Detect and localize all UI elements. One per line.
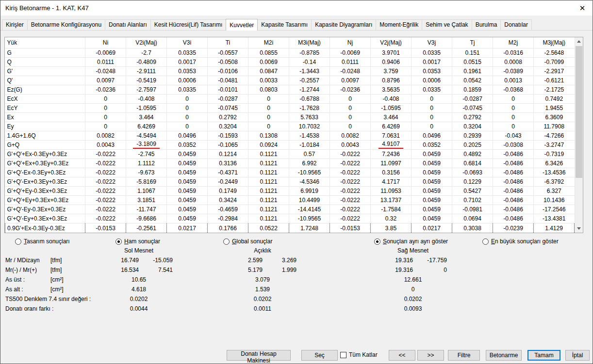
table-row[interactable]: G'+Q'+Ey-0.3Ex+0.3Ez-0.02221.10670.04590… <box>5 187 575 196</box>
column-header-m3j-maj: M3j(Maj) <box>534 37 575 48</box>
radio-button-icon <box>115 238 122 245</box>
cell: -0.0557 <box>208 48 248 57</box>
tab-kapasite-diyagramlari[interactable]: Kapasite Diyagramları <box>311 19 376 30</box>
cell: -0.0222 <box>85 214 126 223</box>
donati-hesap-makinesi-button[interactable]: Donatı Hesap Makinesi <box>227 350 291 361</box>
cell: -0.6788 <box>289 94 330 103</box>
cell: 0.0335 <box>167 48 208 57</box>
table-row[interactable]: Q0.0111-0.48090.0017-0.05080.0069-0.140.… <box>5 57 575 66</box>
cell: 0.7102 <box>452 196 493 205</box>
tab-donati-alanlari[interactable]: Donatı Alanları <box>105 19 151 30</box>
cell: 0.1121 <box>248 214 289 223</box>
result-values-aciklik: 1.539 <box>229 286 296 293</box>
radio-button-icon <box>374 238 380 245</box>
table-row[interactable]: G'+Q'+Ex-0.3Ey+0.3Ez-0.0222-2.7450.04590… <box>5 150 575 159</box>
cell: 0.1859 <box>452 85 493 94</box>
cell: 0.0459 <box>412 205 452 214</box>
cell: -0.6121 <box>534 76 575 85</box>
column-header-tj: Tj <box>452 37 493 48</box>
tab-sehim-ve-catlak[interactable]: Sehim ve Çatlak <box>422 19 472 30</box>
iptal-button[interactable]: İptal <box>565 350 590 361</box>
tamam-button[interactable]: Tamam <box>527 350 560 361</box>
cell: -1.7628 <box>289 103 330 112</box>
cell: 0 <box>330 94 371 103</box>
tab-kuvvetler[interactable]: Kuvvetler <box>226 19 258 31</box>
table-row[interactable]: G'+Q'-Ex-0.3Ey+0.3Ez-0.0222-9.6730.0459-… <box>5 168 575 177</box>
radio-tasarim-sonuclari[interactable]: Tasarım sonuçları <box>15 238 70 245</box>
tum-katlar-checkbox[interactable]: Tüm Katlar <box>340 351 378 358</box>
radio-label: En büyük sonuçları göster <box>491 238 559 245</box>
tab-moment-egrilik[interactable]: Moment-Eğrilik <box>376 19 422 30</box>
next-button[interactable]: >> <box>417 350 444 361</box>
cell: -0.0248 <box>330 66 371 76</box>
tab-donatilar[interactable]: Donatılar <box>500 19 532 30</box>
cell: -0.0222 <box>85 205 126 214</box>
cell: -0.0222 <box>85 187 126 196</box>
cell: 0.0459 <box>167 177 208 187</box>
cell: 0.1121 <box>248 187 289 196</box>
radio-sonuclari-ayri-ayri-goster[interactable]: Sonuçları ayrı ayrı göster <box>374 238 448 245</box>
cell: 0.0082 <box>330 131 371 140</box>
cell: -1.7584 <box>371 205 412 214</box>
result-value: 0 <box>413 267 447 273</box>
table-row[interactable]: G'+Q'+Ey+0.3Ex+0.3Ez-0.02223.18510.04590… <box>5 196 575 205</box>
table-row[interactable]: 0.9G'+Ex-0.3Ey-0.3Ez-0.0153-0.25610.0217… <box>5 223 575 233</box>
table-row[interactable]: G'+Q'-Ey-0.3Ex+0.3Ez-0.0222-11.7470.0459… <box>5 205 575 214</box>
cell: -0.0222 <box>330 205 371 214</box>
table-row[interactable]: EcX0-0.4080-0.02870-0.67880-0.4080-0.028… <box>5 94 575 103</box>
table-row[interactable]: G'+Q'-Ex+0.3Ey+0.3Ez-0.0222-5.81690.0459… <box>5 177 575 187</box>
cell: 6.4269 <box>126 122 167 131</box>
table-row[interactable]: Ez(G)-0.0236-2.75970.0335-0.01010.0803-1… <box>5 85 575 94</box>
result-unit: [tfm] <box>50 257 62 264</box>
table-row[interactable]: Ex03.46400.279205.763303.46400.279206.36… <box>5 112 575 122</box>
table-row[interactable]: G'+Q'+Ex+0.3Ey+0.3Ez-0.02221.11120.04590… <box>5 159 575 168</box>
cell: 0.0459 <box>167 214 208 223</box>
result-unit: [tfm] <box>50 267 62 273</box>
table-row[interactable]: 1.4G+1.6Q0.0082-4.54940.0496-0.15930.130… <box>5 131 575 140</box>
table-row[interactable]: EcY0-1.05950-0.07450-1.76280-1.05950-0.0… <box>5 103 575 112</box>
result-values-sag: 0.0093 <box>379 305 447 312</box>
cell: -0.5419 <box>126 76 167 85</box>
radio-en-buyuk-sonuclari-goster[interactable]: En büyük sonuçları göster <box>482 238 559 245</box>
cell: 0.0847 <box>248 66 289 76</box>
betonarme-button[interactable]: Betonarme <box>486 350 522 361</box>
cell: -0.0693 <box>452 168 493 177</box>
table-row[interactable]: G'+Q'-Ey+0.3Ex+0.3Ez-0.0222-9.66860.0459… <box>5 214 575 223</box>
cell: -0.0236 <box>330 85 371 94</box>
radio-global-sonuclar[interactable]: Global sonuçlar <box>223 238 272 245</box>
cell: -5.8169 <box>126 177 167 187</box>
filtre-button[interactable]: Filtre <box>448 350 480 361</box>
radio-ham-sonuclar[interactable]: Ham sonuçlar <box>115 238 160 245</box>
table-row[interactable]: Ey06.426900.3204010.703206.426900.320401… <box>5 122 575 131</box>
tab-betonarme-konfigurasyonu[interactable]: Betonarme Konfigürasyonu <box>27 19 105 30</box>
tab-kapasite-tasarimi[interactable]: Kapasite Tasarımı <box>257 19 312 30</box>
scroll-down-icon[interactable] <box>575 224 583 233</box>
cell: -0.0236 <box>85 85 126 94</box>
cell: -0.2557 <box>289 76 330 85</box>
result-value: -15.059 <box>139 257 173 264</box>
result-value: 16.749 <box>105 257 139 264</box>
cell: 0.4892 <box>452 150 493 159</box>
scrollbar-thumb[interactable] <box>576 46 582 178</box>
cell: -0.0316 <box>493 48 534 57</box>
table-row[interactable]: G+Q0.0043-3.18090.0352-0.10650.0924-1.01… <box>5 140 575 149</box>
prev-button[interactable]: << <box>389 350 415 361</box>
cell: -0.8785 <box>289 48 330 57</box>
cell: 0 <box>248 94 289 103</box>
tab-kirisler[interactable]: Kirişler <box>2 19 28 30</box>
table-row[interactable]: G-0.0069-2.70.0335-0.05570.0855-0.8785-0… <box>5 48 575 57</box>
sol-mesnet-header: Sol Mesnet <box>105 247 173 254</box>
result-value: 10.65 <box>105 276 173 283</box>
cell: 0.0924 <box>248 140 289 149</box>
tab-burulma[interactable]: Burulma <box>472 19 501 30</box>
table-row[interactable]: G'-0.0248-2.91110.0353-0.01060.0847-1.34… <box>5 66 575 76</box>
table-row[interactable]: Q'0.0097-0.54190.0006-0.04810.0033-0.255… <box>5 76 575 85</box>
row-label: G'+Q'+Ex+0.3Ey+0.3Ez <box>5 159 85 168</box>
result-values-aciklik: 3.079 <box>229 276 296 283</box>
close-icon[interactable]: ✕ <box>577 3 588 14</box>
vertical-scrollbar[interactable] <box>575 37 583 233</box>
tab-kesit-hucresi-lif-tasarimi[interactable]: Kesit Hücresi(Lif) Tasarımı <box>150 19 226 30</box>
sec-button[interactable]: Seç <box>301 350 338 361</box>
cell: 0.0694 <box>452 214 493 223</box>
scroll-up-icon[interactable] <box>575 37 583 46</box>
